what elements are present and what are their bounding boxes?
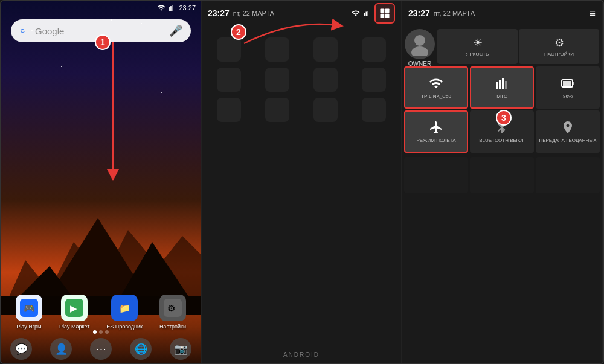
- app-play-games[interactable]: 🎮 Play Игры: [16, 295, 42, 330]
- signal-tile-icon: [495, 76, 509, 91]
- svg-rect-30: [502, 78, 504, 89]
- svg-text:🎮: 🎮: [24, 303, 35, 314]
- signal-tile-label: МТС: [496, 94, 507, 100]
- app-play-games-label: Play Игры: [16, 324, 41, 330]
- drawer-time: 23:27: [208, 8, 230, 18]
- qs-header: 23:27 пт, 22 МАРТА ≡: [402, 1, 602, 25]
- qs-tile-battery[interactable]: 86%: [536, 66, 600, 109]
- wifi-status-icon: [157, 4, 165, 12]
- svg-rect-29: [499, 80, 501, 89]
- browser-icon[interactable]: 🌐: [130, 338, 152, 360]
- brightness-icon: ☀: [473, 36, 483, 49]
- svg-rect-6: [171, 6, 172, 11]
- mic-icon[interactable]: 🎤: [169, 24, 182, 37]
- app-settings[interactable]: ⚙ Настройки: [159, 295, 186, 330]
- app-play-market[interactable]: ▶ Play Маркет: [59, 295, 89, 330]
- settings-label: НАСТРОЙКИ: [544, 51, 574, 57]
- svg-rect-22: [381, 9, 385, 13]
- svg-text:📁: 📁: [119, 303, 130, 314]
- contacts-icon[interactable]: 👤: [50, 338, 72, 360]
- svg-rect-20: [366, 12, 367, 17]
- app-es-label: ES Проводник: [106, 324, 143, 330]
- brightness-label: ЯРКОСТЬ: [466, 51, 489, 57]
- drawer-apps-grid: [202, 31, 401, 128]
- panel-home-screen: 23:27 G Google 🎤 1 🎮 Play Игры: [1, 1, 202, 363]
- airplane-tile-icon: [429, 120, 443, 135]
- step-2-badge: 2: [231, 24, 246, 40]
- app-play-market-label: Play Маркет: [59, 324, 89, 330]
- qs-menu-icon[interactable]: ≡: [589, 7, 596, 20]
- svg-text:▶: ▶: [70, 303, 77, 313]
- google-logo: G: [19, 25, 30, 36]
- svg-rect-21: [367, 11, 368, 16]
- svg-rect-33: [563, 81, 571, 86]
- qs-tile-location[interactable]: ПЕРЕДАЧА ГЕОДАННЫХ: [536, 110, 600, 153]
- drawer-header: 23:27 пт, 22 МАРТА: [202, 1, 401, 25]
- qs-avatar: [405, 29, 435, 59]
- svg-point-27: [411, 46, 428, 56]
- settings-icon: ⚙: [554, 36, 564, 49]
- svg-rect-28: [496, 82, 498, 89]
- svg-rect-5: [169, 7, 170, 11]
- qs-quick-tiles: ☀ ЯРКОСТЬ ⚙ НАСТРОЙКИ: [437, 29, 599, 64]
- camera-icon[interactable]: 📷: [170, 338, 191, 360]
- qs-brightness-tile[interactable]: ☀ ЯРКОСТЬ: [437, 29, 518, 64]
- wifi-tile-label: TP-LINK_C50: [421, 94, 451, 100]
- qs-time: 23:27: [408, 8, 430, 18]
- all-apps-icon[interactable]: ⋯: [90, 338, 112, 360]
- bluetooth-tile-label: BLUETOOTH ВЫКЛ.: [479, 138, 525, 144]
- svg-rect-19: [364, 13, 365, 16]
- signal-status-icon: [168, 4, 176, 12]
- airplane-tile-label: РЕЖИМ ПОЛЕТА: [416, 138, 455, 144]
- main-container: 23:27 G Google 🎤 1 🎮 Play Игры: [0, 0, 604, 364]
- all-apps-button[interactable]: [374, 3, 395, 24]
- drawer-signal-icon: [364, 9, 371, 18]
- status-bar: 23:27: [1, 1, 201, 14]
- messages-icon[interactable]: 💬: [10, 338, 32, 360]
- qs-settings-tile[interactable]: ⚙ НАСТРОЙКИ: [519, 29, 599, 64]
- location-tile-label: ПЕРЕДАЧА ГЕОДАННЫХ: [539, 138, 596, 144]
- status-time: 23:27: [179, 4, 196, 11]
- drawer-date: пт, 22 МАРТА: [233, 10, 274, 17]
- svg-point-26: [414, 35, 425, 46]
- location-tile-icon: [561, 120, 575, 135]
- qs-tile-wifi[interactable]: TP-LINK_C50: [404, 66, 468, 109]
- svg-rect-23: [385, 9, 390, 13]
- drawer-wifi-icon: [352, 9, 360, 18]
- panel-app-drawer: 23:27 пт, 22 МАРТА 2: [202, 1, 402, 363]
- drawer-header-icons: [352, 3, 395, 24]
- svg-rect-7: [172, 5, 173, 11]
- svg-rect-31: [505, 81, 507, 89]
- qs-tile-airplane[interactable]: РЕЖИМ ПОЛЕТА: [404, 110, 468, 153]
- step-1-badge: 1: [95, 34, 111, 50]
- qs-date: пт, 22 МАРТА: [434, 10, 475, 17]
- qs-grid-extra: [402, 157, 602, 193]
- app-settings-label: Настройки: [159, 324, 186, 330]
- svg-rect-24: [381, 14, 385, 18]
- step-3-badge: 3: [496, 110, 512, 126]
- svg-text:G: G: [21, 27, 25, 34]
- page-dots: [1, 330, 201, 334]
- app-es-explorer[interactable]: 📁 ES Проводник: [106, 295, 143, 330]
- svg-rect-25: [385, 14, 390, 18]
- drawer-footer: ANDROID: [202, 351, 401, 358]
- qs-owner-section[interactable]: OWNER: [405, 29, 435, 67]
- battery-tile-label: 86%: [563, 94, 573, 100]
- panel-quick-settings: 23:27 пт, 22 МАРТА ≡ OWNER ☀ ЯРКОСТЬ ⚙: [402, 1, 603, 363]
- wifi-tile-icon: [429, 76, 443, 91]
- app-dock: 🎮 Play Игры ▶ Play Маркет 📁 ES Проводник…: [1, 295, 201, 330]
- qs-profile-area: OWNER ☀ ЯРКОСТЬ ⚙ НАСТРОЙКИ: [402, 27, 602, 69]
- qs-tile-signal[interactable]: МТС: [470, 66, 534, 109]
- svg-rect-34: [573, 82, 574, 85]
- svg-text:⚙: ⚙: [167, 303, 175, 313]
- battery-tile-icon: [561, 76, 575, 91]
- bottom-nav: 💬 👤 ⋯ 🌐 📷: [1, 338, 201, 360]
